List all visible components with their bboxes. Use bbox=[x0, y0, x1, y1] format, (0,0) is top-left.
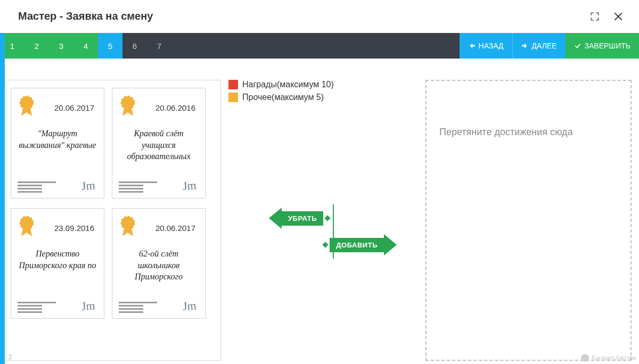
step-6[interactable]: 6 bbox=[122, 33, 147, 59]
remove-button[interactable]: УБРАТЬ bbox=[269, 208, 397, 229]
step-5[interactable]: 5 bbox=[98, 33, 122, 59]
steps: 1234567 bbox=[0, 33, 171, 59]
legend-item: Награды(максимум 10) bbox=[228, 80, 416, 89]
main-area: 20.06.2017 "Маршрут выживания" краевые J… bbox=[5, 59, 639, 361]
page-number: 2 bbox=[9, 353, 12, 361]
arrow-right-icon bbox=[384, 234, 397, 255]
cert-lines-icon bbox=[119, 302, 157, 313]
cert-lines-icon bbox=[18, 302, 56, 313]
middle-panel: Награды(максимум 10)Прочее(максимум 5) У… bbox=[221, 80, 423, 361]
stepbar-filler bbox=[171, 33, 460, 59]
medal-icon bbox=[119, 215, 137, 241]
next-label: ДАЛЕЕ bbox=[532, 42, 557, 50]
arrow-left-icon bbox=[269, 208, 282, 229]
drop-zone-text: Перетяните достижения сюда bbox=[439, 127, 618, 138]
cert-date: 23.09.2016 bbox=[54, 224, 97, 233]
left-rail bbox=[0, 33, 5, 364]
window-controls bbox=[589, 11, 624, 22]
source-panel: 20.06.2017 "Маршрут выживания" краевые J… bbox=[6, 80, 221, 361]
step-4[interactable]: 4 bbox=[73, 33, 98, 59]
finish-label: ЗАВЕРШИТЬ bbox=[585, 42, 630, 50]
cert-card[interactable]: 23.09.2016 Первенство Приморского края п… bbox=[11, 208, 104, 319]
watermark: БизнесАвтом bbox=[581, 354, 636, 362]
fullscreen-icon[interactable] bbox=[589, 11, 601, 22]
signature-icon: Jm bbox=[81, 178, 97, 193]
add-button[interactable]: ДОБАВИТЬ bbox=[276, 234, 397, 255]
signature-icon: Jm bbox=[182, 299, 199, 313]
medal-icon bbox=[119, 95, 137, 120]
legend-swatch bbox=[228, 80, 238, 89]
watermark-icon bbox=[581, 354, 589, 362]
transfer-arrows: УБРАТЬ ДОБАВИТЬ bbox=[269, 208, 397, 255]
cert-title: Краевой слёт учащихся образовательных bbox=[119, 120, 199, 170]
back-label: НАЗАД bbox=[479, 42, 504, 50]
watermark-text: БизнесАвтом bbox=[592, 354, 636, 362]
signature-icon: Jm bbox=[182, 178, 199, 193]
step-2[interactable]: 2 bbox=[24, 33, 49, 59]
cert-grid: 20.06.2017 "Маршрут выживания" краевые J… bbox=[11, 88, 216, 319]
cert-card[interactable]: 20.06.2017 "Маршрут выживания" краевые J… bbox=[11, 88, 104, 198]
signature-icon: Jm bbox=[81, 299, 97, 313]
cert-lines-icon bbox=[18, 181, 56, 193]
legend-swatch bbox=[228, 93, 238, 102]
titlebar: Мастер - Заявка на смену bbox=[0, 0, 639, 33]
step-3[interactable]: 3 bbox=[49, 33, 73, 59]
step-7[interactable]: 7 bbox=[147, 33, 171, 59]
remove-label: УБРАТЬ bbox=[282, 211, 323, 226]
arrow-knob bbox=[324, 215, 330, 221]
cert-date: 20.06.2017 bbox=[54, 103, 97, 112]
legend: Награды(максимум 10)Прочее(максимум 5) bbox=[228, 80, 416, 102]
legend-item: Прочее(максимум 5) bbox=[228, 93, 416, 102]
next-button[interactable]: ДАЛЕЕ bbox=[512, 33, 566, 59]
legend-label: Прочее(максимум 5) bbox=[242, 93, 324, 102]
cert-date: 20.06.2017 bbox=[155, 224, 199, 233]
cert-card[interactable]: 20.06.2016 Краевой слёт учащихся образов… bbox=[112, 88, 206, 198]
cert-title: "Маршрут выживания" краевые bbox=[18, 120, 97, 170]
window-title: Мастер - Заявка на смену bbox=[18, 10, 153, 22]
back-button[interactable]: НАЗАД bbox=[460, 33, 512, 59]
wizard-nav: НАЗАД ДАЛЕЕ ЗАВЕРШИТЬ bbox=[460, 33, 639, 59]
finish-button[interactable]: ЗАВЕРШИТЬ bbox=[566, 33, 639, 59]
drop-zone[interactable]: Перетяните достижения сюда bbox=[425, 80, 632, 361]
cert-date: 20.06.2016 bbox=[155, 103, 199, 112]
add-label: ДОБАВИТЬ bbox=[330, 238, 384, 252]
medal-icon bbox=[18, 95, 36, 120]
cert-lines-icon bbox=[119, 181, 157, 193]
close-icon[interactable] bbox=[612, 11, 624, 22]
cert-card[interactable]: 20.06.2017 62-ой слёт школьников Приморс… bbox=[112, 208, 206, 319]
cert-title: 62-ой слёт школьников Приморского bbox=[119, 241, 199, 291]
legend-label: Награды(максимум 10) bbox=[242, 80, 334, 89]
arrow-knob bbox=[323, 242, 329, 247]
medal-icon bbox=[18, 215, 36, 241]
step-bar: 1234567 НАЗАД ДАЛЕЕ ЗАВЕРШИТЬ bbox=[0, 33, 639, 59]
cert-title: Первенство Приморского края по bbox=[18, 241, 97, 291]
